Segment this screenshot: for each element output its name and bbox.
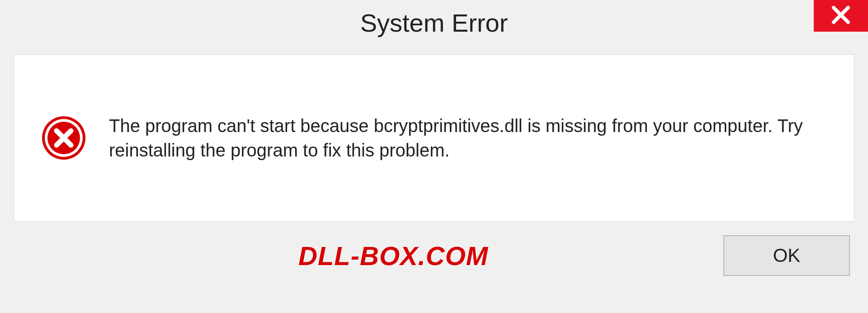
close-icon <box>831 5 851 27</box>
message-panel: The program can't start because bcryptpr… <box>14 54 854 222</box>
ok-button[interactable]: OK <box>723 235 850 276</box>
error-icon <box>41 115 86 161</box>
titlebar: System Error <box>0 0 868 45</box>
watermark-text: DLL-BOX.COM <box>298 241 488 271</box>
dialog-title: System Error <box>360 8 508 38</box>
error-message: The program can't start because bcryptpr… <box>109 114 827 162</box>
close-button[interactable] <box>814 0 868 32</box>
dialog-footer: DLL-BOX.COM OK <box>0 222 868 276</box>
